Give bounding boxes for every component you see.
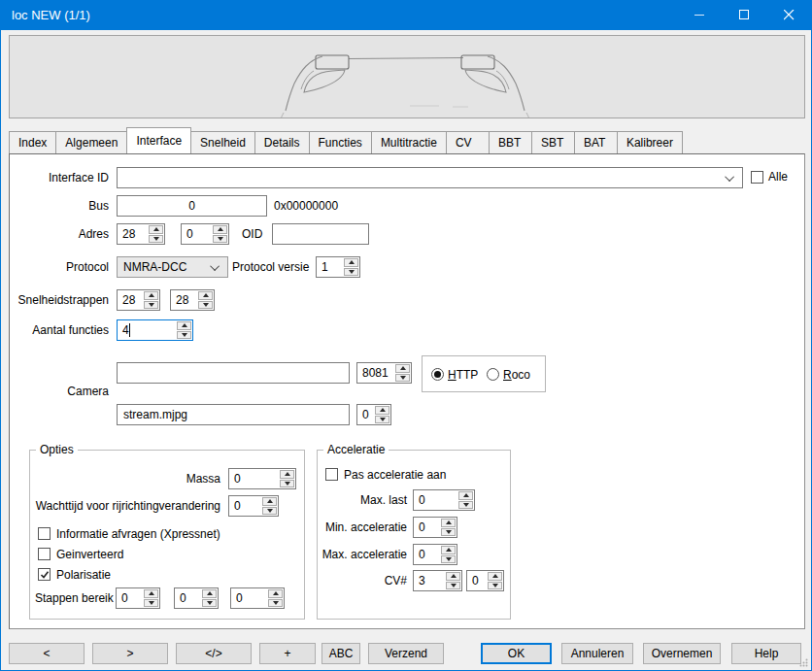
next-button[interactable]: > <box>92 643 168 664</box>
http-radio[interactable] <box>431 368 444 381</box>
tab-kalibreer[interactable]: Kalibreer <box>617 131 683 153</box>
spin-up-button[interactable] <box>144 589 158 598</box>
spin-down-button[interactable] <box>198 301 213 310</box>
polarisatie-checkbox[interactable] <box>38 568 51 581</box>
wachttijd-spinner[interactable]: 0 <box>228 495 279 517</box>
camera-url-input[interactable] <box>117 362 350 384</box>
spin-down-button[interactable] <box>441 528 456 537</box>
roco-radio[interactable] <box>487 368 499 381</box>
code-button[interactable]: </> <box>176 643 252 664</box>
tab-interface[interactable]: Interface <box>126 127 191 153</box>
tab-bbt[interactable]: BBT <box>489 131 532 153</box>
camera-stream-index-spinner[interactable]: 0 <box>356 404 391 425</box>
ok-button[interactable]: OK <box>481 643 552 664</box>
overnemen-button[interactable]: Overnemen <box>643 643 721 664</box>
max-acceleratie-spinner[interactable]: 0 <box>413 544 457 565</box>
cv-spinner-1[interactable]: 3 <box>413 570 462 591</box>
http-radio-label[interactable]: HTTP <box>448 368 478 382</box>
resize-grip-icon[interactable] <box>799 658 808 667</box>
spin-down-button[interactable] <box>280 480 294 488</box>
oid-input[interactable] <box>272 223 369 245</box>
spin-up-button[interactable] <box>344 258 358 267</box>
spin-down-button[interactable] <box>375 416 389 424</box>
aantal-functies-label: Aantal functies <box>32 323 109 337</box>
aantal-functies-spinner[interactable]: 4 <box>117 319 193 341</box>
tab-index[interactable]: Index <box>9 131 56 153</box>
spin-up-button[interactable] <box>268 589 283 598</box>
tab-bat[interactable]: BAT <box>574 131 618 153</box>
check-icon <box>40 570 50 580</box>
titlebar[interactable]: loc NEW (1/1) <box>1 0 811 30</box>
spin-up-button[interactable] <box>488 572 502 581</box>
annuleren-button[interactable]: Annuleren <box>561 643 633 664</box>
spin-up-button[interactable] <box>149 225 163 234</box>
verzend-button[interactable]: Verzend <box>368 643 444 664</box>
spin-up-button[interactable] <box>198 291 213 300</box>
spin-up-button[interactable] <box>144 291 158 300</box>
spin-up-button[interactable] <box>177 321 191 330</box>
spin-up-button[interactable] <box>458 491 473 500</box>
snelheidstrappen-spinner[interactable]: 28 <box>117 289 160 311</box>
spin-up-button[interactable] <box>213 225 227 234</box>
adres-spinner-2[interactable]: 0 <box>181 223 229 245</box>
minimize-button[interactable] <box>677 0 722 30</box>
stappen-bereik-spinner-3[interactable]: 0 <box>230 587 285 609</box>
tab-sbt[interactable]: SBT <box>531 131 575 153</box>
protocol-versie-spinner[interactable]: 1 <box>316 256 360 278</box>
spin-down-button[interactable] <box>202 599 217 608</box>
adres-spinner[interactable]: 28 <box>117 223 165 245</box>
interface-id-combobox[interactable] <box>117 167 743 188</box>
tab-algemeen[interactable]: Algemeen <box>55 131 127 153</box>
spin-down-button[interactable] <box>262 507 277 516</box>
maximize-button[interactable] <box>722 0 766 30</box>
adres-label: Adres <box>79 227 109 241</box>
spin-down-button[interactable] <box>446 582 460 590</box>
max-last-spinner[interactable]: 0 <box>413 489 475 511</box>
spin-down-button[interactable] <box>458 501 473 510</box>
spin-up-button[interactable] <box>262 497 277 506</box>
tab-details[interactable]: Details <box>254 131 310 153</box>
spin-down-button[interactable] <box>488 582 502 590</box>
cv-spinner-2[interactable]: 0 <box>466 570 504 591</box>
tab-functies[interactable]: Functies <box>309 131 372 153</box>
spin-down-button[interactable] <box>149 235 163 244</box>
snelheidstrappen-spinner-2[interactable]: 28 <box>170 289 215 311</box>
pas-acceleratie-checkbox[interactable] <box>325 468 338 481</box>
spin-up-button[interactable] <box>395 364 410 373</box>
spin-up-button[interactable] <box>375 406 389 415</box>
stappen-bereik-spinner-1[interactable]: 0 <box>116 587 160 609</box>
help-button[interactable]: Help <box>731 643 801 664</box>
spin-down-button[interactable] <box>177 331 191 340</box>
spin-down-button[interactable] <box>144 301 158 310</box>
spin-down-button[interactable] <box>268 599 283 608</box>
bus-input[interactable]: 0 <box>117 195 267 217</box>
massa-spinner[interactable]: 0 <box>228 468 296 489</box>
alle-checkbox[interactable] <box>751 171 763 184</box>
spin-up-button[interactable] <box>280 470 294 479</box>
spin-up-button[interactable] <box>441 519 456 527</box>
informatie-afvragen-checkbox[interactable] <box>38 527 51 540</box>
tab-snelheid[interactable]: Snelheid <box>190 131 255 153</box>
loco-image-panel <box>9 35 805 118</box>
prev-button[interactable]: < <box>9 643 85 664</box>
spin-down-button[interactable] <box>344 268 358 277</box>
protocol-combobox[interactable]: NMRA-DCC <box>117 256 228 278</box>
stappen-bereik-spinner-2[interactable]: 0 <box>174 587 219 609</box>
spin-down-button[interactable] <box>395 374 410 383</box>
abc-button[interactable]: ABC <box>321 643 360 664</box>
camera-port-spinner[interactable]: 8081 <box>356 362 412 384</box>
spin-down-button[interactable] <box>213 235 227 244</box>
geinverteerd-checkbox[interactable] <box>38 548 51 560</box>
spin-up-button[interactable] <box>446 572 460 581</box>
spin-up-button[interactable] <box>441 546 456 554</box>
tab-cv[interactable]: CV <box>446 131 490 153</box>
camera-stream-input[interactable]: stream.mjpg <box>117 404 350 425</box>
add-button[interactable]: + <box>259 643 316 664</box>
spin-down-button[interactable] <box>441 555 456 564</box>
spin-up-button[interactable] <box>202 589 217 598</box>
tab-multitractie[interactable]: Multitractie <box>371 131 447 153</box>
spin-down-button[interactable] <box>144 599 158 608</box>
roco-radio-label[interactable]: Roco <box>503 368 530 382</box>
close-button[interactable] <box>766 0 811 30</box>
min-acceleratie-spinner[interactable]: 0 <box>413 517 457 538</box>
